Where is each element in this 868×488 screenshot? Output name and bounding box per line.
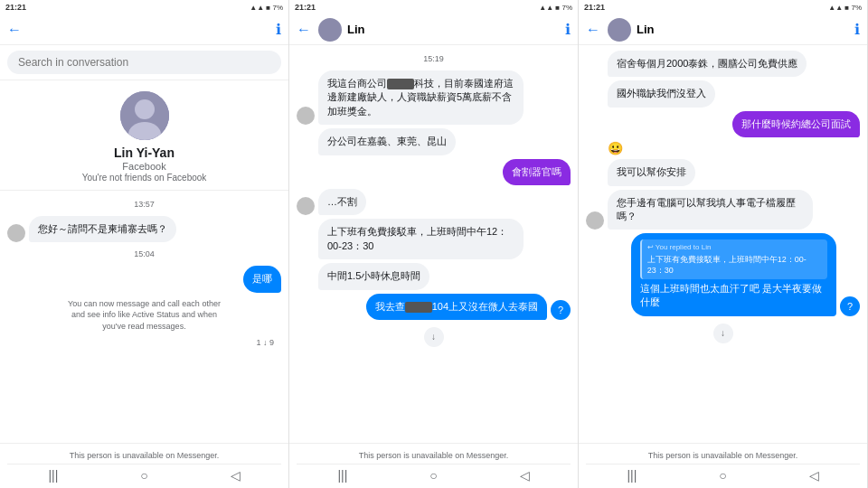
censored-1 [387, 79, 414, 89]
bubble-received-4: 上下班有免費接駁車，上班時間中午12：00-23：30 [318, 219, 524, 259]
header-avatar-3 [608, 18, 631, 42]
bubble-received-8: 我可以幫你安排 [608, 159, 695, 185]
profile-note: You're not friends on Facebook [82, 173, 207, 183]
svg-point-1 [135, 99, 155, 119]
contact-name-3: Lin [637, 23, 854, 36]
msg-row: 您手邊有電腦可以幫我填人事電子檔履歷嗎？ [586, 190, 860, 230]
time-2: 21:21 [295, 3, 316, 12]
nav-back-2[interactable]: ◁ [520, 468, 530, 483]
chat-area-1: 13:57 您好～請問不是柬埔寨去嗎？ 15:04 是哪 You can now… [0, 191, 288, 443]
msg-row: 上下班有免費接駁車，上班時間中午12：00-23：30 [297, 219, 571, 259]
question-button-2[interactable]: ? [840, 296, 860, 316]
header-3: ← Lin ℹ [579, 14, 867, 45]
bubble-received: 您好～請問不是柬埔寨去嗎？ [29, 216, 176, 242]
search-bar [0, 45, 288, 80]
reply-label: ↩ You replied to Lin [647, 242, 822, 252]
info-button-2[interactable]: ℹ [565, 21, 571, 38]
msg-row: 您好～請問不是柬埔寨去嗎？ [7, 216, 281, 242]
profile-name: Lin Yi-Yan [114, 145, 175, 160]
info-button-3[interactable]: ℹ [854, 21, 860, 38]
time-3: 21:21 [584, 3, 605, 12]
chat-area-3: 宿舍每個月2000泰銖，團膳公司免費供應 國外職缺我們沒登入 那什麼時候約總公司… [579, 45, 867, 443]
bubble-sent-2: 我去查 104上又沒在微人去泰國 [366, 294, 547, 320]
msg-row: 我可以幫你安排 [586, 159, 860, 185]
scroll-count: 1 ↓ 9 [256, 338, 274, 347]
nav-menu[interactable]: ||| [48, 468, 58, 483]
unavailable-msg-1: This person is unavailable on Messenger. [7, 447, 281, 464]
nav-home[interactable]: ○ [140, 468, 147, 483]
censored-2 [405, 302, 432, 313]
bubble-received-9: 您手邊有電腦可以幫我填人事電子檔履歷嗎？ [608, 190, 813, 230]
header-1: ← ℹ [0, 14, 288, 45]
status-icons-2: ▲▲ ■ 7% [539, 4, 572, 12]
status-bar-2: 21:21 ▲▲ ■ 7% [289, 0, 578, 14]
timestamp-1: 13:57 [7, 200, 281, 209]
bubble-received-7: 國外職缺我們沒登入 [608, 80, 715, 107]
scroll-indicator: 1 ↓ 9 [7, 338, 281, 347]
nav-back[interactable]: ◁ [231, 468, 241, 483]
msg-row: 會割器官嗎 [297, 159, 571, 185]
profile-avatar [120, 91, 169, 140]
msg-row: ↩ You replied to Lin 上下班有免費接駁車，上班時間中午12：… [586, 233, 860, 315]
unavailable-msg-3: This person is unavailable on Messenger. [586, 447, 860, 464]
bubble-received-5: 中間1.5小時休息時間 [318, 263, 429, 289]
chat-area-2: 15:19 我這台商公司 科技，目前泰國達府這邊新建廠缺人，人資職缺薪資5萬底薪… [289, 45, 578, 443]
nav-bar-3: ||| ○ ◁ [586, 464, 860, 484]
scroll-down-button-1[interactable]: ↓ [424, 327, 444, 347]
back-button-2[interactable]: ← [297, 22, 311, 38]
question-button-1[interactable]: ? [551, 300, 571, 320]
msg-row: 宿舍每個月2000泰銖，團膳公司免費供應 [586, 51, 860, 77]
search-input[interactable] [7, 51, 281, 74]
bubble-sent-reply: ↩ You replied to Lin 上下班有免費接駁車，上班時間中午12：… [631, 233, 836, 315]
nav-bar-1: ||| ○ ◁ [7, 464, 281, 484]
msg-row: 我去查 104上又沒在微人去泰國 ? [297, 294, 571, 320]
msg-avatar [7, 224, 25, 242]
msg-avatar-3 [297, 197, 315, 215]
contact-name-2: Lin [347, 23, 565, 36]
unavailable-msg-2: This person is unavailable on Messenger. [297, 447, 571, 464]
info-button-1[interactable]: ℹ [276, 21, 281, 38]
panel-1: 21:21 ▲▲ ■ 7% ← ℹ Lin Yi-Yan Facebook Yo… [0, 0, 289, 488]
bubble-sent: 是哪 [243, 266, 281, 292]
scroll-down-button-2[interactable]: ↓ [713, 324, 733, 343]
msg-row: 國外職缺我們沒登入 [586, 80, 860, 107]
status-icons-1: ▲▲ ■ 7% [250, 4, 283, 12]
msg-row: 那什麼時候約總公司面試 [586, 111, 860, 137]
msg-row: 是哪 [7, 266, 281, 292]
nav-home-2[interactable]: ○ [429, 468, 437, 483]
nav-menu-3[interactable]: ||| [627, 468, 637, 483]
time-1: 21:21 [5, 3, 26, 12]
timestamp-2: 15:04 [7, 249, 281, 258]
msg-row: …不割 [297, 189, 571, 215]
bubble-received-3: …不割 [318, 189, 366, 215]
header-2: ← Lin ℹ [289, 14, 578, 45]
status-icons-3: ▲▲ ■ 7% [828, 4, 862, 12]
msg-row: 我這台商公司 科技，目前泰國達府這邊新建廠缺人，人資職缺薪資5萬底薪不含加班獎金… [297, 70, 571, 125]
msg-avatar-2 [297, 107, 315, 125]
profile-source: Facebook [122, 161, 165, 172]
bubble-received-6: 宿舍每個月2000泰銖，團膳公司免費供應 [608, 51, 807, 77]
panel-2: 21:21 ▲▲ ■ 7% ← Lin ℹ 15:19 我這台商公司 科技，目前… [289, 0, 579, 488]
bubble-sent-purple-1: 會割器官嗎 [503, 159, 571, 185]
nav-home-3[interactable]: ○ [719, 468, 726, 483]
bubble-received-2: 分公司在嘉義、東莞、昆山 [318, 128, 456, 155]
status-bar-1: 21:21 ▲▲ ■ 7% [0, 0, 288, 14]
reply-text: 上下班有免費接駁車，上班時間中午12：00-23：30 [647, 254, 822, 277]
bubble-received-1: 我這台商公司 科技，目前泰國達府這邊新建廠缺人，人資職缺薪資5萬底薪不含加班獎金… [318, 70, 524, 125]
msg-row: 中間1.5小時休息時間 [297, 263, 571, 289]
bottom-bar-2: This person is unavailable on Messenger.… [289, 443, 578, 488]
timestamp-3: 15:19 [297, 54, 571, 63]
header-avatar-2 [318, 18, 342, 42]
msg-row: 😀 [586, 141, 860, 155]
msg-avatar-4 [586, 211, 604, 230]
emoji-face: 😀 [608, 141, 623, 155]
back-button-3[interactable]: ← [586, 22, 600, 38]
reply-preview: ↩ You replied to Lin 上下班有免費接駁車，上班時間中午12：… [640, 239, 827, 278]
panel-3: 21:21 ▲▲ ■ 7% ← Lin ℹ 宿舍每個月2000泰銖，團膳公司免費… [579, 0, 868, 488]
bubble-sent-purple-2: 那什麼時候約總公司面試 [732, 111, 860, 137]
nav-back-3[interactable]: ◁ [809, 468, 819, 483]
nav-menu-2[interactable]: ||| [337, 468, 347, 483]
bottom-bar-3: This person is unavailable on Messenger.… [579, 443, 867, 488]
back-button-1[interactable]: ← [7, 22, 22, 38]
status-bar-3: 21:21 ▲▲ ■ 7% [579, 0, 867, 14]
